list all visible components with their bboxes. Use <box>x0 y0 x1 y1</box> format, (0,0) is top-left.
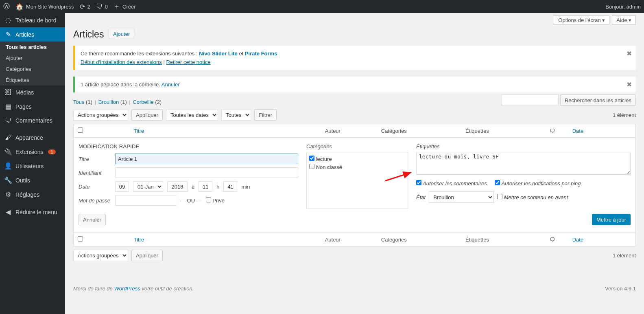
admin-bar: ⓦ 🏠Mon Site Wordpress ⟳2 🗨0 ＋Créer Bonjo… <box>0 0 644 13</box>
cancel-quickedit-button[interactable]: Annuler <box>79 214 106 225</box>
qe-slug-label: Identifiant <box>79 170 111 176</box>
qe-tags-heading: Étiquettes <box>416 143 631 149</box>
qe-title-input[interactable] <box>115 154 298 164</box>
col-date-foot[interactable]: Date <box>572 237 583 243</box>
item-count-bottom: 1 élément <box>613 253 636 259</box>
submenu-categories[interactable]: Catégories <box>0 64 65 75</box>
site-name-link[interactable]: 🏠Mon Site Wordpress <box>15 3 74 11</box>
allow-pings-checkbox[interactable] <box>495 180 500 185</box>
qe-date-label: Date <box>79 184 111 190</box>
col-author: Auteur <box>321 124 377 138</box>
bulk-actions-select[interactable]: Actions groupées <box>73 109 128 121</box>
notice-trashed: ✖ 1 article déplacé dans la corbeille. A… <box>73 77 636 92</box>
link-nivo-slider[interactable]: Nivo Slider Lite <box>199 51 238 57</box>
filter-all[interactable]: Tous <box>73 99 84 105</box>
menu-settings[interactable]: ⚙Réglages <box>0 187 65 202</box>
qe-day-input[interactable] <box>115 181 129 192</box>
menu-users[interactable]: 👤Utilisateurs <box>0 159 65 173</box>
allow-comments-checkbox[interactable] <box>416 180 421 185</box>
undo-trash-link[interactable]: Annuler <box>162 81 180 88</box>
wp-logo[interactable]: ⓦ <box>3 2 10 11</box>
qe-tags-input[interactable] <box>416 152 631 175</box>
item-count-top: 1 élément <box>613 112 636 118</box>
comments-icon-foot <box>550 237 555 243</box>
qe-hour-input[interactable] <box>199 181 212 192</box>
date-filter-select[interactable]: Toutes les dates <box>166 109 218 121</box>
site-name: Mon Site Wordpress <box>26 4 74 10</box>
apply-bulk-button[interactable]: Appliquer <box>131 109 163 121</box>
comments-icon <box>550 128 555 134</box>
filter-trash[interactable]: Corbeille <box>133 99 153 105</box>
notice-recommended-plugins: ✖ Ce thème recommande les extensions sui… <box>73 46 636 70</box>
menu-appearance[interactable]: 🖌Apparence <box>0 131 65 145</box>
qe-status-select[interactable]: Brouillon <box>429 191 494 203</box>
bulk-actions-select-bottom[interactable]: Actions groupées <box>73 250 128 261</box>
cat-nonclasse-checkbox[interactable] <box>309 164 314 169</box>
link-pirate-forms[interactable]: Pirate Forms <box>245 51 277 57</box>
qe-min-input[interactable] <box>223 181 237 192</box>
search-input[interactable] <box>502 94 559 106</box>
admin-sidebar: ◌Tableau de bord ✎Articles Tous les arti… <box>0 13 65 300</box>
howdy-user[interactable]: Bonjour, admin <box>605 4 641 10</box>
dismiss-trash-notice-icon[interactable]: ✖ <box>627 81 632 88</box>
cat-lecture-checkbox[interactable] <box>309 156 314 161</box>
wordpress-link[interactable]: WordPress <box>114 285 140 292</box>
tablenav-top: Actions groupées Appliquer Toutes les da… <box>73 109 636 121</box>
updates-count: 2 <box>87 4 90 10</box>
search-button[interactable]: Rechercher dans les articles <box>560 94 636 106</box>
category-filter-select[interactable]: Toutes <box>221 109 251 121</box>
select-all-bottom[interactable] <box>78 236 83 242</box>
qe-title-label: Titre <box>79 156 111 162</box>
menu-pages[interactable]: ▤Pages <box>0 99 65 114</box>
submenu-all-posts[interactable]: Tous les articles <box>0 42 65 53</box>
tablenav-bottom: Actions groupées Appliquer 1 élément <box>73 250 636 261</box>
menu-collapse[interactable]: ◀Réduire le menu <box>0 205 65 219</box>
menu-media[interactable]: 🖾Médias <box>0 86 65 99</box>
menu-plugins[interactable]: 🔌Extensions1 <box>0 145 65 159</box>
menu-dashboard[interactable]: ◌Tableau de bord <box>0 13 65 27</box>
qe-categories-heading: Catégories <box>306 143 408 149</box>
submenu-add-post[interactable]: Ajouter <box>0 53 65 64</box>
dismiss-notice-icon[interactable]: ✖ <box>627 50 632 57</box>
plugins-badge: 1 <box>48 149 55 154</box>
updates-link[interactable]: ⟳2 <box>80 3 90 11</box>
col-title-foot[interactable]: Titre <box>134 237 144 243</box>
col-title[interactable]: Titre <box>134 128 144 134</box>
comments-count: 0 <box>105 4 108 10</box>
filter-draft[interactable]: Brouillon <box>98 99 119 105</box>
submenu-posts: Tous les articles Ajouter Catégories Éti… <box>0 42 65 86</box>
annotation-arrow <box>384 170 413 182</box>
menu-comments[interactable]: 🗨Commentaires <box>0 114 65 127</box>
menu-posts[interactable]: ✎Articles <box>0 27 65 42</box>
posts-table: Titre Auteur Catégories Étiquettes Date … <box>73 124 636 246</box>
admin-footer: Merci de faire de WordPress votre outil … <box>73 285 636 292</box>
update-quickedit-button[interactable]: Mettre à jour <box>592 214 631 225</box>
page-title: Articles <box>73 29 104 40</box>
qe-year-input[interactable] <box>167 181 188 192</box>
filter-button[interactable]: Filtrer <box>254 109 277 121</box>
submenu-tags[interactable]: Étiquettes <box>0 75 65 86</box>
apply-bulk-button-bottom[interactable]: Appliquer <box>131 250 163 261</box>
quickedit-heading: MODIFICATION RAPIDE <box>79 143 298 149</box>
col-categories: Catégories <box>377 124 461 138</box>
version-label: Version 4.9.1 <box>605 285 636 292</box>
add-new-button[interactable]: Ajouter <box>109 29 134 39</box>
link-install-plugins[interactable]: Début d'installation des extensions <box>81 59 162 65</box>
link-dismiss-notice[interactable]: Retirer cette notice <box>166 59 210 65</box>
new-label: Créer <box>122 4 136 10</box>
qe-private-checkbox[interactable] <box>206 197 211 202</box>
sticky-checkbox[interactable] <box>497 194 502 199</box>
screen-options-toggle[interactable]: Options de l'écran ▾ <box>554 15 609 25</box>
svg-line-0 <box>385 173 410 181</box>
qe-password-input[interactable] <box>115 195 176 206</box>
qe-month-select[interactable]: 01-Jan <box>133 181 163 192</box>
qe-status-label: État <box>416 194 426 200</box>
select-all-top[interactable] <box>78 127 83 133</box>
menu-tools[interactable]: 🔧Outils <box>0 173 65 187</box>
main-content: Options de l'écran ▾ Aide ▾ Articles Ajo… <box>65 13 644 300</box>
col-date[interactable]: Date <box>572 128 583 134</box>
new-content-link[interactable]: ＋Créer <box>114 2 136 11</box>
help-toggle[interactable]: Aide ▾ <box>612 15 636 25</box>
comments-link[interactable]: 🗨0 <box>96 3 108 10</box>
qe-slug-input[interactable] <box>115 167 298 178</box>
